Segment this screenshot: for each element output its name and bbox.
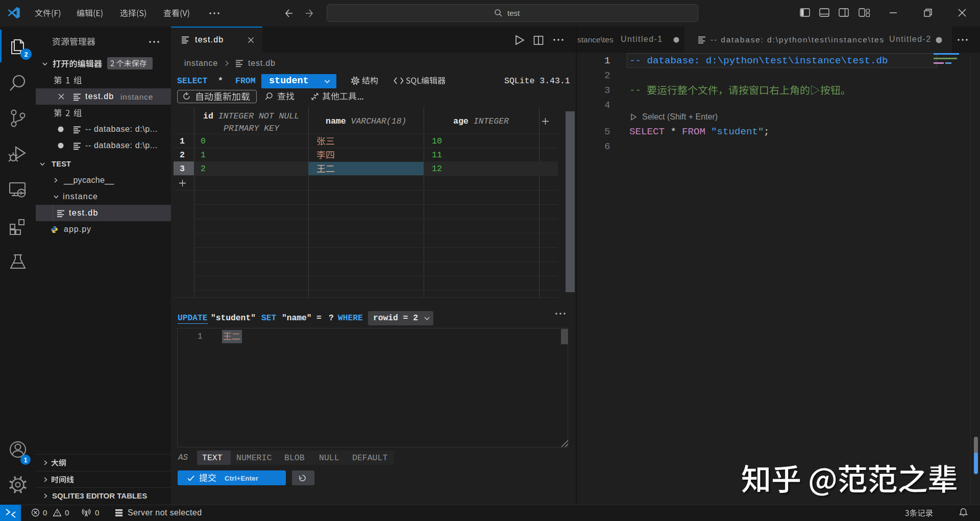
svg-text:2: 2 [24,51,28,58]
svg-text:1: 1 [24,457,28,464]
